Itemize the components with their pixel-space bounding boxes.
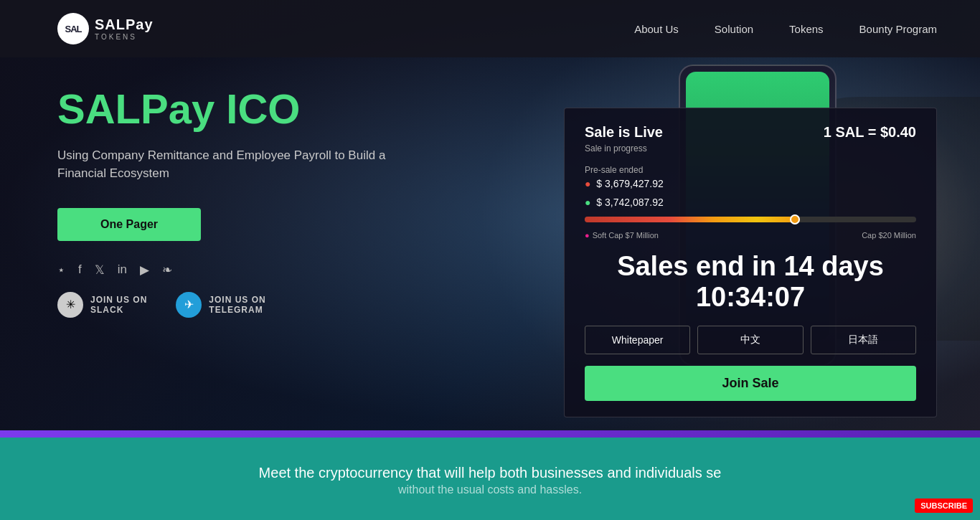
slack-icon: ✳ <box>57 292 83 318</box>
sale-progress-section: ● $ 3,742,087.92 <box>585 197 916 208</box>
soft-cap-text: Soft Cap $7 Million <box>593 231 659 240</box>
navbar: SAL SALPay TOKENS About Us Solution Toke… <box>0 0 980 57</box>
ico-widget: Sale is Live Sale in progress 1 SAL = $0… <box>564 108 937 417</box>
sale-info: Sale is Live Sale in progress <box>585 124 663 153</box>
logo-badge: SAL <box>57 13 89 44</box>
bottom-sub-text: without the usual costs and hassles. <box>398 483 582 496</box>
nav-tokens[interactable]: Tokens <box>789 23 824 35</box>
presale-label: Pre-sale ended <box>585 165 916 175</box>
youtube-subscribe-button[interactable]: SUBSCRIBE <box>915 498 973 513</box>
logo-sub-text: TOKENS <box>95 33 154 41</box>
linkedin-icon[interactable]: in <box>118 263 127 277</box>
logo: SAL SALPay TOKENS <box>57 13 154 44</box>
telegram-label: JOIN US ONTELEGRAM <box>209 295 265 315</box>
chinese-button[interactable]: 中文 <box>697 326 803 354</box>
nav-bounty[interactable]: Bounty Program <box>859 23 937 35</box>
hero-subtitle: Using Company Remittance and Employee Pa… <box>57 146 430 183</box>
hero-content: SALPay ICO Using Company Remittance and … <box>57 86 430 318</box>
teal-section: Meet the cryptocurrency that will help b… <box>0 438 980 520</box>
bottom-main-text: Meet the cryptocurrency that will help b… <box>259 462 722 483</box>
whitepaper-button[interactable]: Whitepaper <box>585 326 690 354</box>
presale-section: Pre-sale ended ● $ 3,679,427.92 <box>585 165 916 189</box>
bottom-section: Meet the cryptocurrency that will help b… <box>0 430 980 520</box>
sale-amount: ● $ 3,742,087.92 <box>585 197 916 208</box>
pink-dot-icon: ● <box>585 231 590 240</box>
sal-price: 1 SAL = $0.40 <box>824 124 916 141</box>
hero-title: SALPay ICO <box>57 86 430 132</box>
nav-solution[interactable]: Solution <box>715 23 753 35</box>
twitter-icon[interactable]: 𝕏 <box>95 263 105 278</box>
nav-about[interactable]: About Us <box>634 23 679 35</box>
purple-bar <box>0 430 980 438</box>
progress-indicator <box>790 214 800 224</box>
slack-label: JOIN US ONSLACK <box>90 295 147 315</box>
one-pager-button[interactable]: One Pager <box>57 208 201 241</box>
presale-amount: ● $ 3,679,427.92 <box>585 178 916 189</box>
reddit-icon[interactable]: ⋆ <box>57 263 65 278</box>
sale-value: $ 3,742,087.92 <box>596 197 663 208</box>
progress-bar <box>585 217 916 222</box>
presale-value: $ 3,679,427.92 <box>596 178 663 189</box>
community-links: ✳ JOIN US ONSLACK ✈ JOIN US ONTELEGRAM <box>57 292 430 318</box>
hard-cap-label: Cap $20 Million <box>862 231 916 240</box>
telegram-icon: ✈ <box>176 292 202 318</box>
join-sale-button[interactable]: Join Sale <box>585 366 916 401</box>
logo-main-text: SALPay <box>95 16 154 33</box>
widget-header: Sale is Live Sale in progress 1 SAL = $0… <box>585 124 916 153</box>
social-icons-bar: ⋆ f 𝕏 in ▶ ❧ <box>57 263 430 278</box>
telegram-link[interactable]: ✈ JOIN US ONTELEGRAM <box>176 292 265 318</box>
facebook-icon[interactable]: f <box>78 263 82 277</box>
japanese-button[interactable]: 日本語 <box>811 326 916 354</box>
logo-text-block: SALPay TOKENS <box>95 16 154 41</box>
soft-cap-label: ● Soft Cap $7 Million <box>585 231 659 240</box>
green-dot-icon: ● <box>585 197 590 208</box>
cap-labels: ● Soft Cap $7 Million Cap $20 Million <box>585 231 916 240</box>
sale-progress-label: Sale in progress <box>585 143 663 153</box>
nav-links: About Us Solution Tokens Bounty Program <box>634 23 937 35</box>
extra-icon[interactable]: ❧ <box>162 263 172 278</box>
youtube-icon[interactable]: ▶ <box>140 263 149 278</box>
logo-icon-text: SAL <box>65 24 82 34</box>
widget-buttons: Whitepaper 中文 日本語 <box>585 326 916 354</box>
red-dot-icon: ● <box>585 178 590 189</box>
countdown-timer: Sales end in 14 days 10:34:07 <box>585 251 916 313</box>
sale-status: Sale is Live <box>585 124 663 141</box>
slack-link[interactable]: ✳ JOIN US ONSLACK <box>57 292 147 318</box>
progress-fill <box>585 217 800 222</box>
